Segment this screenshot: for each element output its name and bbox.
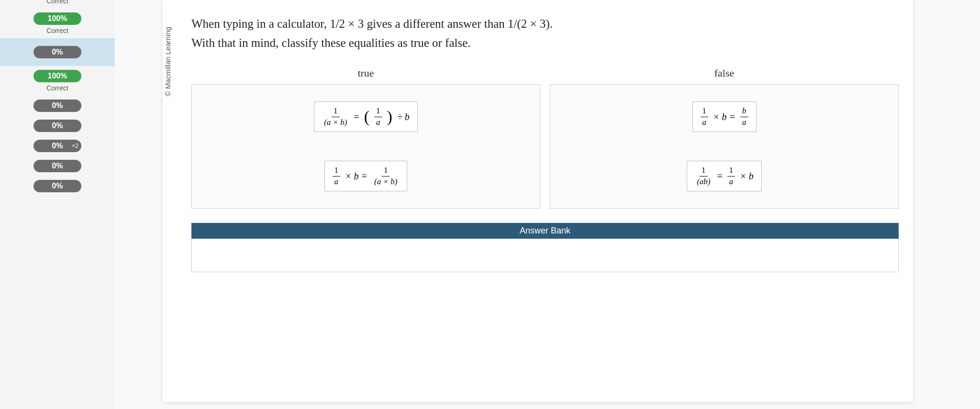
tail: × b bbox=[740, 171, 754, 182]
main-area: © Macmillan Learning When typing in a ca… bbox=[115, 0, 980, 409]
bucket-false: false 1 a × b = b a bbox=[550, 67, 899, 209]
numerator: 1 bbox=[333, 166, 341, 177]
progress-pill: 0% ×2 bbox=[33, 140, 81, 152]
fraction: 1 (ab) bbox=[695, 166, 712, 186]
sidebar-item-0[interactable]: Correct bbox=[0, 0, 115, 9]
mid-text: × b = bbox=[713, 111, 735, 122]
progress-pill: 0% bbox=[33, 180, 81, 192]
sidebar-status: Correct bbox=[0, 0, 115, 5]
numerator: 1 bbox=[332, 107, 340, 117]
fraction: 1 (a × b) bbox=[322, 107, 349, 127]
prompt-line-1: When typing in a calculator, 1/2 × 3 giv… bbox=[191, 14, 899, 33]
equation-tile-4[interactable]: 1 (ab) = 1 a × b bbox=[687, 161, 762, 191]
left-paren-icon: ( bbox=[364, 109, 369, 125]
bucket-false-label: false bbox=[714, 67, 735, 79]
fraction: b a bbox=[740, 107, 748, 127]
bucket-false-dropzone[interactable]: 1 a × b = b a 1 (ab) bbox=[550, 84, 899, 209]
denominator: a bbox=[727, 177, 735, 187]
sidebar-item-5[interactable]: 0% bbox=[0, 116, 115, 136]
answer-bank-header: Answer Bank bbox=[191, 223, 899, 239]
progress-pill: 0% bbox=[33, 160, 81, 172]
sidebar-item-7[interactable]: 0% bbox=[0, 156, 115, 176]
denominator: (a × b) bbox=[322, 117, 349, 127]
copyright-text: © Macmillan Learning bbox=[164, 27, 172, 96]
progress-pill: 0% bbox=[33, 120, 81, 132]
bucket-true-dropzone[interactable]: 1 (a × b) = ( 1 a ) ÷ b bbox=[191, 84, 540, 209]
equation-tile-3[interactable]: 1 a × b = b a bbox=[692, 101, 757, 132]
numerator: 1 bbox=[700, 166, 708, 177]
tail: ÷ b bbox=[397, 111, 410, 122]
equals: = bbox=[354, 111, 359, 122]
bucket-true-label: true bbox=[357, 67, 374, 79]
denominator: a bbox=[740, 117, 748, 127]
copyright-strip: © Macmillan Learning bbox=[163, 0, 173, 402]
question-prompt: When typing in a calculator, 1/2 × 3 giv… bbox=[177, 0, 913, 57]
answer-bank: Answer Bank bbox=[177, 209, 913, 272]
mid-text: × b = bbox=[345, 171, 368, 182]
numerator: 1 bbox=[727, 166, 735, 177]
fraction: 1 a bbox=[333, 166, 341, 186]
sidebar-item-4[interactable]: 0% bbox=[0, 96, 115, 116]
equation-tile-2[interactable]: 1 a × b = 1 (a × b) bbox=[324, 161, 408, 191]
fraction: 1 a bbox=[701, 107, 709, 127]
right-paren-icon: ) bbox=[387, 109, 392, 125]
sidebar-item-1[interactable]: 100% Correct bbox=[0, 9, 115, 38]
progress-pill: 0% bbox=[33, 46, 81, 58]
sidebar-item-8[interactable]: 0% bbox=[0, 176, 115, 196]
fraction: 1 (a × b) bbox=[372, 166, 399, 186]
denominator: a bbox=[701, 117, 709, 127]
fraction: 1 a bbox=[374, 107, 382, 127]
progress-pill: 100% bbox=[33, 12, 81, 25]
question-card: © Macmillan Learning When typing in a ca… bbox=[163, 0, 913, 402]
denominator: a bbox=[374, 117, 382, 127]
denominator: (a × b) bbox=[372, 177, 399, 187]
progress-pill: 0% bbox=[33, 99, 81, 112]
fraction: 1 a bbox=[727, 166, 735, 186]
pill-pct: 0% bbox=[52, 142, 63, 150]
sidebar-item-2[interactable]: 0% bbox=[0, 38, 115, 66]
numerator: 1 bbox=[382, 166, 390, 177]
denominator: a bbox=[333, 177, 341, 187]
prompt-line-2: With that in mind, classify these equali… bbox=[191, 33, 899, 53]
numerator: 1 bbox=[374, 107, 382, 117]
sidebar-item-3[interactable]: 100% Correct bbox=[0, 66, 115, 96]
equals: = bbox=[717, 171, 723, 182]
classification-buckets: true 1 (a × b) = ( 1 a ) bbox=[177, 67, 913, 209]
equation-tile-1[interactable]: 1 (a × b) = ( 1 a ) ÷ b bbox=[314, 101, 418, 132]
numerator: b bbox=[740, 107, 748, 117]
sidebar-status: Correct bbox=[0, 27, 115, 34]
progress-pill: 100% bbox=[33, 70, 81, 82]
answer-bank-dropzone[interactable] bbox=[191, 239, 899, 272]
sidebar: Correct 100% Correct 0% 100% Correct 0% … bbox=[0, 0, 115, 409]
bucket-true: true 1 (a × b) = ( 1 a ) bbox=[191, 67, 540, 209]
sidebar-status: Correct bbox=[0, 84, 115, 92]
pill-mult: ×2 bbox=[72, 143, 78, 149]
sidebar-item-6[interactable]: 0% ×2 bbox=[0, 136, 115, 156]
numerator: 1 bbox=[701, 107, 709, 117]
denominator: (ab) bbox=[695, 177, 712, 187]
